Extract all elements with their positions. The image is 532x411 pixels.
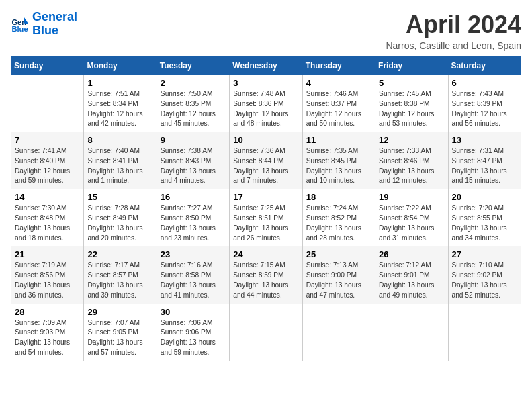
calendar-cell: 27Sunrise: 7:10 AMSunset: 9:02 PMDayligh… bbox=[448, 246, 521, 304]
calendar-cell bbox=[302, 304, 375, 361]
day-number: 2 bbox=[161, 78, 226, 88]
calendar-cell: 4Sunrise: 7:46 AMSunset: 8:37 PMDaylight… bbox=[302, 75, 375, 132]
day-header-monday: Monday bbox=[84, 57, 157, 75]
day-info: Sunrise: 7:19 AMSunset: 8:56 PMDaylight:… bbox=[15, 261, 80, 300]
day-header-tuesday: Tuesday bbox=[157, 57, 229, 75]
calendar-cell: 24Sunrise: 7:15 AMSunset: 8:59 PMDayligh… bbox=[230, 246, 302, 304]
day-number: 23 bbox=[161, 249, 226, 259]
day-info: Sunrise: 7:22 AMSunset: 8:54 PMDaylight:… bbox=[379, 203, 444, 243]
day-number: 13 bbox=[452, 135, 517, 145]
day-info: Sunrise: 7:16 AMSunset: 8:58 PMDaylight:… bbox=[161, 261, 226, 300]
day-number: 28 bbox=[15, 307, 80, 317]
calendar-cell: 2Sunrise: 7:50 AMSunset: 8:35 PMDaylight… bbox=[157, 75, 229, 132]
day-info: Sunrise: 7:15 AMSunset: 8:59 PMDaylight:… bbox=[233, 261, 298, 300]
day-info: Sunrise: 7:24 AMSunset: 8:52 PMDaylight:… bbox=[306, 203, 371, 243]
calendar-cell: 26Sunrise: 7:12 AMSunset: 9:01 PMDayligh… bbox=[375, 246, 448, 304]
day-number: 7 bbox=[15, 135, 80, 145]
day-info: Sunrise: 7:27 AMSunset: 8:50 PMDaylight:… bbox=[161, 203, 226, 243]
day-number: 5 bbox=[379, 78, 444, 88]
day-info: Sunrise: 7:46 AMSunset: 8:37 PMDaylight:… bbox=[306, 89, 371, 129]
day-number: 22 bbox=[87, 249, 152, 259]
day-info: Sunrise: 7:12 AMSunset: 9:01 PMDaylight:… bbox=[379, 261, 444, 300]
day-number: 19 bbox=[379, 192, 444, 202]
day-info: Sunrise: 7:30 AMSunset: 8:48 PMDaylight:… bbox=[15, 203, 80, 243]
day-number: 20 bbox=[452, 192, 517, 202]
day-number: 6 bbox=[452, 78, 517, 88]
calendar-week-row: 1Sunrise: 7:51 AMSunset: 8:34 PMDaylight… bbox=[11, 75, 521, 132]
calendar-cell: 8Sunrise: 7:40 AMSunset: 8:41 PMDaylight… bbox=[84, 132, 157, 189]
calendar-cell: 3Sunrise: 7:48 AMSunset: 8:36 PMDaylight… bbox=[230, 75, 302, 132]
day-info: Sunrise: 7:20 AMSunset: 8:55 PMDaylight:… bbox=[452, 203, 517, 243]
month-title: April 2024 bbox=[386, 11, 521, 39]
day-info: Sunrise: 7:25 AMSunset: 8:51 PMDaylight:… bbox=[233, 203, 298, 243]
calendar-cell: 21Sunrise: 7:19 AMSunset: 8:56 PMDayligh… bbox=[11, 246, 84, 304]
day-header-sunday: Sunday bbox=[11, 57, 84, 75]
day-info: Sunrise: 7:17 AMSunset: 8:57 PMDaylight:… bbox=[87, 261, 152, 300]
calendar-week-row: 21Sunrise: 7:19 AMSunset: 8:56 PMDayligh… bbox=[11, 246, 521, 304]
day-number: 26 bbox=[379, 249, 444, 259]
day-number: 18 bbox=[306, 192, 371, 202]
calendar-cell: 30Sunrise: 7:06 AMSunset: 9:06 PMDayligh… bbox=[157, 304, 229, 361]
day-number: 16 bbox=[161, 192, 226, 202]
day-info: Sunrise: 7:36 AMSunset: 8:44 PMDaylight:… bbox=[233, 146, 298, 186]
title-area: April 2024 Narros, Castille and Leon, Sp… bbox=[386, 11, 521, 51]
day-number: 12 bbox=[379, 135, 444, 145]
day-number: 30 bbox=[161, 307, 226, 317]
calendar-cell bbox=[11, 75, 84, 132]
day-number: 25 bbox=[306, 249, 371, 259]
calendar-table: SundayMondayTuesdayWednesdayThursdayFrid… bbox=[11, 56, 521, 361]
day-number: 8 bbox=[87, 135, 152, 145]
calendar-cell: 1Sunrise: 7:51 AMSunset: 8:34 PMDaylight… bbox=[84, 75, 157, 132]
day-info: Sunrise: 7:13 AMSunset: 9:00 PMDaylight:… bbox=[306, 261, 371, 300]
day-info: Sunrise: 7:38 AMSunset: 8:43 PMDaylight:… bbox=[161, 146, 226, 186]
day-info: Sunrise: 7:09 AMSunset: 9:03 PMDaylight:… bbox=[15, 318, 80, 358]
calendar-cell: 25Sunrise: 7:13 AMSunset: 9:00 PMDayligh… bbox=[302, 246, 375, 304]
day-number: 14 bbox=[15, 192, 80, 202]
calendar-cell: 14Sunrise: 7:30 AMSunset: 8:48 PMDayligh… bbox=[11, 189, 84, 246]
calendar-week-row: 14Sunrise: 7:30 AMSunset: 8:48 PMDayligh… bbox=[11, 189, 521, 246]
calendar-cell: 15Sunrise: 7:28 AMSunset: 8:49 PMDayligh… bbox=[84, 189, 157, 246]
day-info: Sunrise: 7:41 AMSunset: 8:40 PMDaylight:… bbox=[15, 146, 80, 186]
calendar-cell: 17Sunrise: 7:25 AMSunset: 8:51 PMDayligh… bbox=[230, 189, 302, 246]
calendar-cell bbox=[375, 304, 448, 361]
day-info: Sunrise: 7:07 AMSunset: 9:05 PMDaylight:… bbox=[87, 318, 152, 358]
day-info: Sunrise: 7:28 AMSunset: 8:49 PMDaylight:… bbox=[87, 203, 152, 243]
calendar-cell: 6Sunrise: 7:43 AMSunset: 8:39 PMDaylight… bbox=[448, 75, 521, 132]
calendar-cell: 7Sunrise: 7:41 AMSunset: 8:40 PMDaylight… bbox=[11, 132, 84, 189]
day-info: Sunrise: 7:40 AMSunset: 8:41 PMDaylight:… bbox=[87, 146, 152, 186]
subtitle: Narros, Castille and Leon, Spain bbox=[386, 40, 521, 51]
day-info: Sunrise: 7:51 AMSunset: 8:34 PMDaylight:… bbox=[87, 89, 152, 129]
calendar-week-row: 7Sunrise: 7:41 AMSunset: 8:40 PMDaylight… bbox=[11, 132, 521, 189]
day-info: Sunrise: 7:43 AMSunset: 8:39 PMDaylight:… bbox=[452, 89, 517, 129]
day-header-friday: Friday bbox=[375, 57, 448, 75]
calendar-cell: 28Sunrise: 7:09 AMSunset: 9:03 PMDayligh… bbox=[11, 304, 84, 361]
calendar-cell: 29Sunrise: 7:07 AMSunset: 9:05 PMDayligh… bbox=[84, 304, 157, 361]
logo-text: General Blue bbox=[32, 11, 77, 38]
day-header-thursday: Thursday bbox=[302, 57, 375, 75]
day-number: 21 bbox=[15, 249, 80, 259]
calendar-cell bbox=[448, 304, 521, 361]
day-number: 27 bbox=[452, 249, 517, 259]
day-number: 15 bbox=[87, 192, 152, 202]
day-info: Sunrise: 7:33 AMSunset: 8:46 PMDaylight:… bbox=[379, 146, 444, 186]
svg-text:Blue: Blue bbox=[11, 25, 28, 33]
calendar-week-row: 28Sunrise: 7:09 AMSunset: 9:03 PMDayligh… bbox=[11, 304, 521, 361]
calendar-cell bbox=[230, 304, 302, 361]
day-number: 3 bbox=[233, 78, 298, 88]
day-number: 11 bbox=[306, 135, 371, 145]
day-number: 4 bbox=[306, 78, 371, 88]
calendar-cell: 10Sunrise: 7:36 AMSunset: 8:44 PMDayligh… bbox=[230, 132, 302, 189]
day-header-saturday: Saturday bbox=[448, 57, 521, 75]
day-number: 10 bbox=[233, 135, 298, 145]
day-number: 9 bbox=[161, 135, 226, 145]
day-number: 1 bbox=[87, 78, 152, 88]
logo-line1: General bbox=[32, 10, 77, 24]
day-number: 24 bbox=[233, 249, 298, 259]
day-info: Sunrise: 7:48 AMSunset: 8:36 PMDaylight:… bbox=[233, 89, 298, 129]
day-number: 17 bbox=[233, 192, 298, 202]
calendar-cell: 13Sunrise: 7:31 AMSunset: 8:47 PMDayligh… bbox=[448, 132, 521, 189]
calendar-header-row: SundayMondayTuesdayWednesdayThursdayFrid… bbox=[11, 57, 521, 75]
day-info: Sunrise: 7:45 AMSunset: 8:38 PMDaylight:… bbox=[379, 89, 444, 129]
logo-icon: Gen Blue bbox=[11, 15, 30, 34]
day-header-wednesday: Wednesday bbox=[230, 57, 302, 75]
